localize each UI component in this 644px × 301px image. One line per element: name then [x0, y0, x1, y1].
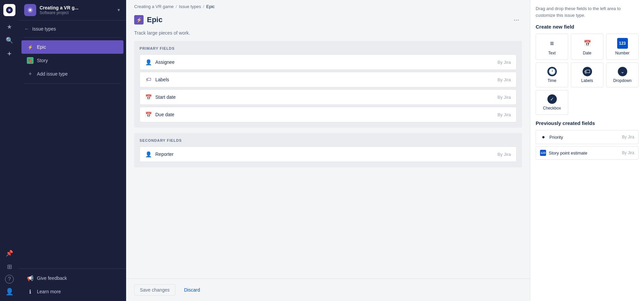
field-row-labels[interactable]: 🏷 Labels By Jira [140, 72, 517, 87]
start-date-icon: 📅 [145, 94, 152, 100]
field-type-time[interactable]: 🕐 Time [536, 62, 568, 87]
search-icon[interactable]: 🔍 [4, 35, 15, 46]
sidebar-item-story-label: Story [37, 58, 48, 63]
due-date-icon: 📅 [145, 111, 152, 118]
breadcrumb-sep-2: / [203, 4, 204, 9]
story-points-icon: 123 [540, 150, 546, 156]
sidebar-item-epic-label: Epic [37, 44, 46, 50]
give-feedback-label: Give feedback [37, 275, 67, 281]
apps-icon[interactable]: ⊞ [4, 261, 15, 272]
page-title-row: ⚡ Epic [134, 15, 162, 25]
more-options-button[interactable]: ··· [511, 14, 522, 25]
reporter-field-by: By Jira [497, 152, 511, 157]
project-header[interactable]: Creating a VR g... Software project ▼ [19, 0, 126, 20]
date-type-icon: 📅 [582, 38, 593, 49]
field-type-labels[interactable]: 🏷 Labels [571, 62, 603, 87]
prev-field-story-points-by: By Jira [622, 150, 634, 155]
reporter-field-name: Reporter [155, 152, 173, 157]
prev-field-priority-left: ● Priority [540, 134, 563, 140]
sidebar-divider-mid [24, 83, 121, 84]
field-type-grid: ≡ Text 📅 Date 123 Number 🕐 Time 🏷 Labels… [536, 34, 639, 115]
give-feedback-item[interactable]: 📢 Give feedback [21, 271, 123, 285]
story-icon: 🔖 [27, 57, 34, 64]
field-row-due-date[interactable]: 📅 Due date By Jira [140, 107, 517, 122]
save-changes-button[interactable]: Save changes [134, 284, 175, 296]
breadcrumb-issue-types[interactable]: Issue types [179, 4, 201, 9]
field-due-date-left: 📅 Due date [145, 111, 174, 118]
help-icon[interactable]: ? [5, 275, 14, 284]
primary-fields-title: PRIMARY FIELDS [140, 46, 517, 50]
sidebar-section-header: ← Issue types [19, 20, 126, 35]
prev-fields-title: Previously created fields [536, 120, 639, 126]
content-area: PRIMARY FIELDS 👤 Assignee By Jira 🏷 Labe… [126, 41, 530, 278]
project-avatar [24, 4, 36, 16]
page-footer: Save changes Discard [126, 278, 530, 301]
prev-field-story-points[interactable]: 123 Story point estimate By Jira [536, 146, 639, 160]
secondary-fields-title: SECONDARY FIELDS [140, 138, 517, 142]
sidebar-item-story[interactable]: 🔖 Story [21, 54, 123, 67]
assignee-field-name: Assignee [155, 59, 175, 65]
field-row-reporter[interactable]: 👤 Reporter By Jira [140, 146, 517, 162]
sidebar-section-title: Issue types [32, 26, 56, 32]
main-content: Creating a VR game / Issue types / Epic … [126, 0, 530, 301]
prev-field-priority-by: By Jira [622, 135, 634, 139]
sidebar-divider-top [24, 37, 121, 38]
epic-badge-icon: ⚡ [134, 15, 144, 25]
prev-field-priority[interactable]: ● Priority By Jira [536, 130, 639, 144]
epic-icon: ⚡ [27, 44, 34, 50]
field-type-date[interactable]: 📅 Date [571, 34, 603, 60]
field-type-checkbox[interactable]: ✓ Checkbox [536, 90, 568, 115]
breadcrumb-project[interactable]: Creating a VR game [134, 4, 174, 9]
checkbox-type-label: Checkbox [543, 106, 561, 111]
due-date-field-by: By Jira [497, 112, 511, 117]
labels-type-label: Labels [581, 78, 593, 83]
feedback-icon: 📢 [27, 275, 34, 282]
back-button[interactable]: ← [24, 26, 30, 32]
dropdown-type-label: Dropdown [613, 78, 632, 83]
assignee-icon: 👤 [145, 59, 152, 66]
due-date-field-name: Due date [155, 112, 174, 117]
sidebar-item-epic[interactable]: ⚡ Epic [21, 40, 123, 54]
reporter-icon: 👤 [145, 151, 152, 158]
project-type: Software project [40, 10, 113, 15]
prev-field-story-points-name: Story point estimate [549, 150, 587, 156]
field-type-text[interactable]: ≡ Text [536, 34, 568, 60]
assignee-field-by: By Jira [497, 60, 511, 65]
field-type-dropdown[interactable]: ⌄ Dropdown [606, 62, 639, 87]
page-header: ⚡ Epic ··· [126, 12, 530, 30]
labels-field-by: By Jira [497, 77, 511, 82]
field-type-number[interactable]: 123 Number [606, 34, 639, 60]
discard-button[interactable]: Discard [179, 284, 205, 296]
page-description: Track large pieces of work. [126, 30, 530, 41]
sidebar-bottom: 📢 Give feedback ℹ Learn more [19, 268, 126, 301]
learn-more-label: Learn more [37, 289, 61, 294]
pinned-icon[interactable]: 📌 [4, 248, 15, 259]
text-type-icon: ≡ [547, 38, 557, 49]
profile-icon[interactable]: 👤 [4, 286, 15, 297]
field-start-date-left: 📅 Start date [145, 94, 176, 100]
create-icon[interactable]: + [4, 48, 15, 59]
add-issue-type-item[interactable]: + Add issue type [21, 67, 123, 81]
number-type-icon: 123 [617, 38, 628, 49]
number-type-label: Number [615, 51, 630, 55]
learn-more-item[interactable]: ℹ Learn more [21, 285, 123, 298]
primary-fields-section: PRIMARY FIELDS 👤 Assignee By Jira 🏷 Labe… [134, 41, 522, 128]
favorites-icon[interactable]: ★ [4, 22, 15, 32]
start-date-field-by: By Jira [497, 95, 511, 100]
checkbox-type-icon: ✓ [547, 94, 557, 104]
project-chevron-icon[interactable]: ▼ [117, 8, 121, 12]
start-date-field-name: Start date [155, 94, 176, 100]
field-labels-left: 🏷 Labels [145, 76, 169, 83]
field-row-assignee[interactable]: 👤 Assignee By Jira [140, 54, 517, 70]
app-logo[interactable] [3, 4, 15, 16]
prev-field-story-points-left: 123 Story point estimate [540, 150, 587, 156]
text-type-label: Text [548, 51, 555, 55]
right-panel: Drag and drop these fields to the left a… [530, 0, 644, 301]
dropdown-type-icon: ⌄ [618, 67, 627, 76]
time-type-label: Time [547, 78, 556, 83]
field-row-start-date[interactable]: 📅 Start date By Jira [140, 89, 517, 105]
breadcrumb-sep-1: / [176, 4, 177, 9]
svg-point-2 [9, 9, 10, 11]
time-type-icon: 🕐 [547, 67, 557, 76]
project-name: Creating a VR g... [40, 5, 113, 10]
